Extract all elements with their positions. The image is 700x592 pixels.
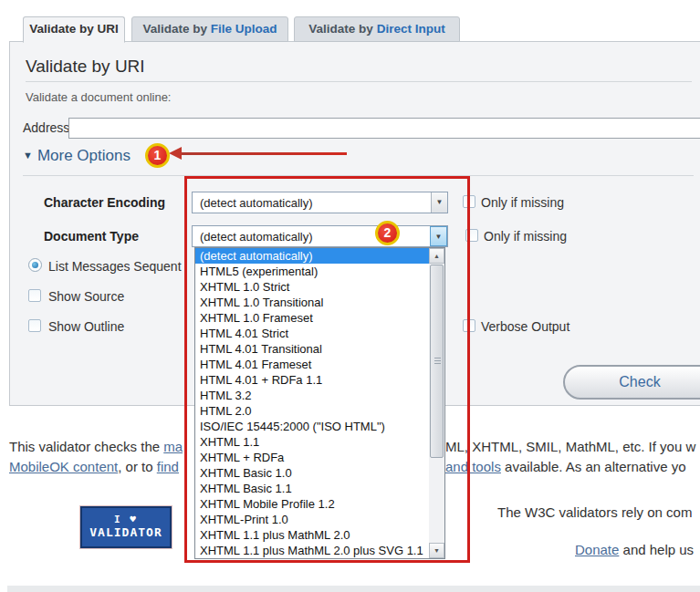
list-item[interactable]: XHTML 1.0 Strict — [195, 279, 430, 295]
document-type-select[interactable]: (detect automatically) ▼ — [192, 225, 448, 247]
list-item[interactable]: HTML 4.01 + RDFa 1.1 — [195, 372, 430, 388]
character-encoding-value: (detect automatically) — [200, 196, 313, 210]
verbose-output-checkbox[interactable] — [463, 319, 475, 332]
mobileok-content-link[interactable]: MobileOK content — [9, 459, 118, 474]
list-item[interactable]: HTML 4.01 Strict — [195, 326, 430, 341]
list-item[interactable]: XHTML-Print 1.0 — [195, 512, 430, 527]
address-input[interactable] — [68, 118, 700, 139]
address-label: Address: — [23, 120, 73, 135]
charset-only-if-missing-label: Only if missing — [481, 195, 564, 210]
tab-label-prefix: Validate by — [308, 22, 376, 36]
tab-label-prefix: Validate by — [29, 22, 97, 36]
list-item[interactable]: HTML 4.01 Transitional — [195, 341, 430, 357]
check-button[interactable]: Check — [563, 365, 700, 400]
tab-label: URI — [98, 22, 119, 36]
annotation-badge-2: 2 — [375, 221, 400, 245]
list-messages-radio[interactable] — [28, 258, 42, 272]
intro-text: This validator checks the — [9, 439, 163, 454]
annotation-arrow-head-icon — [169, 147, 182, 160]
list-item[interactable]: (detect automatically) — [195, 248, 430, 264]
tab-label: Direct Input — [377, 22, 445, 36]
intro-text-line2-right: and tools available. As an alternative y… — [445, 459, 686, 474]
more-options-toggle[interactable]: ▼More Options — [23, 147, 131, 165]
badge-text-top: I ♥ — [82, 514, 170, 525]
document-type-label: Document Type — [44, 229, 139, 244]
more-options-label: More Options — [37, 147, 131, 164]
markup-validity-link[interactable]: ma — [163, 439, 183, 454]
badge-text-bottom: VALIDATOR — [82, 525, 170, 539]
page-title: Validate by URI — [26, 57, 145, 77]
dropdown-arrow-icon[interactable]: ▼ — [431, 192, 447, 213]
list-item[interactable]: XHTML 1.1 plus MathML 2.0 plus SVG 1.1 — [195, 543, 430, 558]
show-outline-label: Show Outline — [48, 319, 124, 334]
annotation-badge-1: 1 — [145, 143, 170, 168]
donate-line: Donate and help us — [575, 542, 694, 557]
list-item[interactable]: XHTML Basic 1.1 — [195, 481, 430, 496]
radio-dot-icon — [32, 262, 38, 268]
list-item[interactable]: XHTML 1.1 plus MathML 2.0 — [195, 527, 430, 543]
heading-divider — [26, 81, 692, 82]
scrollbar-thumb[interactable] — [430, 265, 444, 458]
doctype-only-if-missing-checkbox[interactable] — [465, 229, 478, 242]
list-item[interactable]: XHTML + RDFa — [195, 450, 430, 465]
show-outline-checkbox[interactable] — [28, 319, 41, 332]
scrollbar-grip-icon — [434, 358, 441, 365]
more-options-divider — [23, 175, 694, 176]
document-type-options: (detect automatically)HTML5 (experimenta… — [195, 248, 430, 558]
listbox-scrollbar[interactable]: ▲ ▼ — [429, 248, 444, 558]
list-item[interactable]: XHTML Mobile Profile 1.2 — [195, 496, 430, 512]
character-encoding-label: Character Encoding — [44, 195, 165, 210]
tab-validate-by-file-upload[interactable]: Validate by File Upload — [131, 16, 288, 42]
list-item[interactable]: HTML5 (experimental) — [195, 264, 430, 279]
chevron-down-icon: ▼ — [23, 150, 33, 161]
list-item[interactable]: XHTML Basic 1.0 — [195, 465, 430, 481]
list-item[interactable]: XHTML 1.1 — [195, 434, 430, 450]
validators-and-tools-link[interactable]: and tools — [445, 459, 501, 474]
support-text: The W3C validators rely on com — [497, 504, 692, 520]
annotation-arrow-line — [181, 152, 347, 155]
panel-subtitle: Validate a document online: — [26, 90, 171, 104]
tab-label-prefix: Validate by — [142, 22, 210, 36]
dropdown-arrow-icon[interactable]: ▼ — [430, 226, 447, 246]
intro-text: available. As an alternative yo — [501, 459, 686, 474]
charset-only-if-missing-checkbox[interactable] — [463, 195, 475, 208]
scroll-down-icon[interactable]: ▼ — [429, 543, 444, 558]
list-item[interactable]: XHTML 1.0 Transitional — [195, 295, 430, 310]
tab-label: File Upload — [211, 22, 277, 36]
character-encoding-select[interactable]: (detect automatically) ▼ — [192, 192, 448, 213]
list-item[interactable]: ISO/IEC 15445:2000 ("ISO HTML") — [195, 419, 430, 434]
tab-validate-by-direct-input[interactable]: Validate by Direct Input — [294, 16, 460, 42]
verbose-output-label: Verbose Output — [481, 319, 569, 334]
donate-rest: and help us — [619, 542, 694, 557]
intro-text-line1-right: ML, XHTML, SMIL, MathML, etc. If you w — [445, 439, 695, 454]
footer-divider — [7, 586, 700, 592]
validator-page: { "tabs": [ { "prefix": "Validate by ", … — [0, 0, 700, 592]
intro-text-line2-left: MobileOK content, or to find — [9, 459, 179, 474]
intro-text: , or to — [118, 459, 157, 474]
intro-text-line1-left: This validator checks the ma — [9, 439, 183, 454]
scroll-up-icon[interactable]: ▲ — [429, 248, 444, 264]
donate-link[interactable]: Donate — [575, 542, 619, 557]
list-item[interactable]: HTML 3.2 — [195, 388, 430, 403]
list-messages-label: List Messages Sequent — [48, 259, 182, 274]
find-link[interactable]: find — [157, 459, 179, 474]
show-source-checkbox[interactable] — [28, 289, 41, 302]
tab-validate-by-uri[interactable]: Validate by URI — [23, 16, 125, 43]
document-type-listbox: (detect automatically)HTML5 (experimenta… — [194, 247, 445, 559]
list-item[interactable]: HTML 2.0 — [195, 403, 430, 419]
list-item[interactable]: HTML 4.01 Frameset — [195, 357, 430, 372]
document-type-value: (detect automatically) — [200, 230, 313, 244]
list-item[interactable]: XHTML 1.0 Frameset — [195, 310, 430, 326]
i-love-validator-badge[interactable]: I ♥ VALIDATOR — [80, 506, 172, 548]
doctype-only-if-missing-label: Only if missing — [484, 229, 567, 244]
show-source-label: Show Source — [48, 289, 124, 304]
